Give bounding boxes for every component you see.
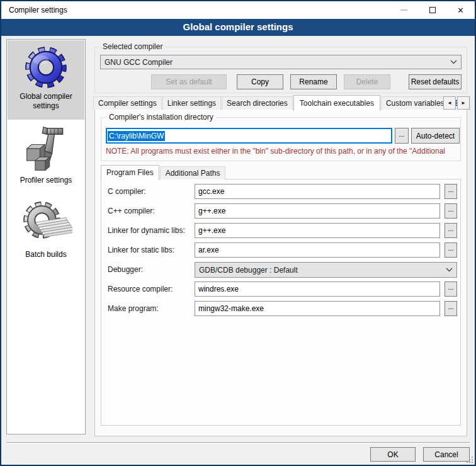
set-as-default-button: Set as default	[151, 74, 227, 89]
field-label: C++ compiler:	[108, 203, 193, 219]
tab-scroll-right-button[interactable]: ►	[457, 96, 470, 110]
minimize-icon	[400, 9, 407, 11]
static-linker-row: Linker for static libs: ...	[108, 242, 457, 258]
debugger-select[interactable]: GDB/CDB debugger : Default	[195, 262, 457, 278]
field-label: C compiler:	[108, 184, 193, 200]
tab-custom-variables[interactable]: Custom variables	[381, 96, 450, 110]
copy-button[interactable]: Copy	[237, 74, 283, 89]
settings-category-list: Global compiler settings	[6, 39, 86, 435]
ok-button[interactable]: OK	[370, 447, 416, 462]
gray-gear-stack-icon	[20, 198, 72, 249]
minimize-button	[390, 1, 418, 19]
right-arrow-icon: ►	[461, 100, 466, 106]
directory-note: NOTE: All programs must exist either in …	[106, 147, 460, 156]
tab-linker-settings[interactable]: Linker settings	[162, 96, 221, 110]
browse-make-program-button[interactable]: ...	[445, 301, 457, 316]
window-controls: ✕	[390, 1, 475, 19]
toolchain-executables-panel: Compiler's installation directory C:\ray…	[94, 109, 467, 436]
sidebar-item-label: Profiler settings	[8, 174, 84, 185]
static-linker-input[interactable]	[195, 242, 440, 258]
left-arrow-icon: ◄	[447, 100, 452, 106]
resource-compiler-row: Resource compiler: ...	[108, 281, 457, 297]
group-label: Compiler's installation directory	[106, 113, 216, 122]
field-label: Debugger:	[108, 262, 193, 278]
tab-scroll-left-button[interactable]: ◄	[443, 96, 456, 110]
selected-compiler-group: Selected compiler GNU GCC Compiler Set a…	[94, 47, 467, 93]
maximize-icon	[429, 7, 436, 13]
program-files-panel: C compiler: ... C++ compiler: ... Linker…	[101, 179, 461, 426]
title-bar: Compiler settings ✕	[1, 1, 475, 19]
debugger-row: Debugger: GDB/CDB debugger : Default	[108, 262, 457, 278]
blue-gear-icon	[23, 44, 69, 91]
dynamic-linker-input[interactable]	[195, 223, 440, 238]
field-label: Linker for static libs:	[108, 242, 193, 258]
reset-defaults-button[interactable]: Reset defaults	[409, 74, 462, 89]
sidebar-item-profiler-settings[interactable]: Profiler settings	[8, 122, 84, 187]
installation-directory-input[interactable]: C:\raylib\MinGW	[106, 128, 392, 144]
cpp-compiler-row: C++ compiler: ...	[108, 203, 457, 219]
sidebar-item-label: Batch builds	[8, 249, 84, 259]
compiler-settings-dialog: Compiler settings ✕ Global compiler sett…	[0, 0, 476, 466]
field-label: Linker for dynamic libs:	[108, 223, 193, 239]
delete-button: Delete	[344, 74, 390, 89]
selected-text: C:\raylib\MinGW	[108, 131, 165, 141]
c-compiler-input[interactable]	[195, 184, 440, 199]
page-title: Global compiler settings	[1, 19, 475, 36]
field-label: Make program:	[108, 301, 193, 317]
maximize-button[interactable]	[418, 1, 446, 19]
close-button[interactable]: ✕	[446, 1, 475, 19]
group-label: Selected compiler	[100, 42, 165, 51]
sidebar-item-label: Global compiler settings	[8, 91, 84, 111]
field-label: Resource compiler:	[108, 281, 193, 297]
rename-button[interactable]: Rename	[290, 74, 337, 89]
tab-search-directories[interactable]: Search directories	[222, 96, 293, 110]
settings-tabs: Compiler settings Linker settings Search…	[93, 95, 471, 110]
browse-cpp-compiler-button[interactable]: ...	[445, 203, 457, 219]
chevron-down-icon	[450, 60, 457, 64]
browse-static-linker-button[interactable]: ...	[445, 242, 457, 258]
browse-resource-compiler-button[interactable]: ...	[445, 281, 457, 297]
c-compiler-row: C compiler: ...	[108, 184, 457, 200]
browse-directory-button[interactable]: ...	[395, 128, 409, 144]
compiler-actions: Set as default Copy Rename Delete Reset …	[100, 74, 462, 89]
make-program-row: Make program: ...	[108, 301, 457, 317]
chevron-down-icon	[446, 268, 453, 272]
browse-c-compiler-button[interactable]: ...	[445, 184, 457, 199]
resize-grip[interactable]	[466, 456, 473, 463]
compiler-select[interactable]: GNU GCC Compiler	[100, 55, 462, 69]
program-subtabs: Program Files Additional Paths	[101, 164, 226, 179]
installation-directory-group: Compiler's installation directory C:\ray…	[101, 117, 461, 161]
close-icon: ✕	[457, 6, 464, 14]
window-title: Compiler settings	[1, 6, 67, 14]
sidebar-item-batch-builds[interactable]: Batch builds	[8, 195, 84, 265]
tab-compiler-settings[interactable]: Compiler settings	[93, 96, 162, 110]
footer-divider	[6, 442, 470, 443]
subtab-additional-paths[interactable]: Additional Paths	[160, 166, 226, 179]
resource-compiler-input[interactable]	[195, 281, 440, 297]
browse-dynamic-linker-button[interactable]: ...	[445, 223, 457, 238]
subtab-program-files[interactable]: Program Files	[101, 165, 159, 180]
auto-detect-button[interactable]: Auto-detect	[411, 128, 460, 144]
make-program-input[interactable]	[195, 301, 440, 316]
tab-toolchain-executables[interactable]: Toolchain executables	[293, 95, 380, 111]
caliper-blocks-icon	[22, 125, 70, 174]
cancel-button[interactable]: Cancel	[423, 447, 470, 462]
sidebar-item-global-compiler-settings[interactable]: Global compiler settings	[8, 40, 84, 120]
cpp-compiler-input[interactable]	[195, 203, 440, 219]
dynamic-linker-row: Linker for dynamic libs: ...	[108, 223, 457, 239]
